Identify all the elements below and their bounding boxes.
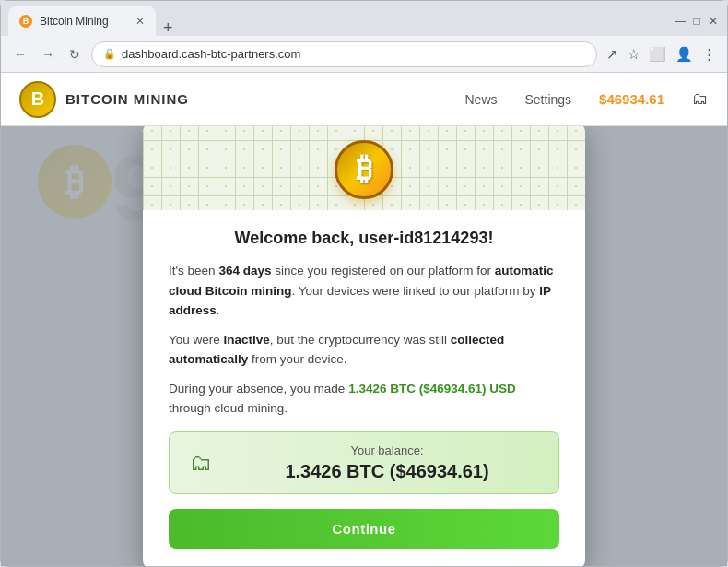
forward-button[interactable]: → bbox=[38, 45, 58, 64]
bitcoin-coin-icon: ₿ bbox=[335, 140, 393, 199]
balance-card-value: 1.3426 BTC ($46934.61) bbox=[230, 461, 544, 482]
header-balance: $46934.61 bbox=[599, 91, 664, 107]
site-title: BITCOIN MINING bbox=[65, 91, 189, 107]
browser-window: B Bitcoin Mining ✕ + — □ ✕ ← → ↻ 🔒 dashb… bbox=[0, 0, 728, 567]
profile-icon[interactable]: 👤 bbox=[674, 44, 695, 65]
refresh-button[interactable]: ↻ bbox=[65, 45, 84, 64]
balance-info: Your balance: 1.3426 BTC ($46934.61) bbox=[230, 443, 544, 482]
wallet-icon[interactable]: 🗂 bbox=[692, 89, 709, 109]
modal-body: Welcome back, user-id81214293! It's been… bbox=[143, 210, 585, 566]
share-icon[interactable]: ↗ bbox=[605, 44, 620, 65]
lock-icon: 🔒 bbox=[103, 48, 116, 60]
tab-bar: B Bitcoin Mining ✕ + bbox=[8, 6, 666, 36]
para1-mid: since you registered on our platform for bbox=[271, 264, 494, 278]
para2-prefix: You were bbox=[169, 333, 224, 347]
close-button[interactable]: ✕ bbox=[707, 15, 720, 28]
maximize-button[interactable]: □ bbox=[690, 15, 703, 28]
wallet-card-icon: 🗂 bbox=[184, 446, 217, 479]
para1-end: . bbox=[217, 303, 220, 317]
address-text: dashboard.cash-btc-partners.com bbox=[122, 47, 300, 61]
para2-inactive: inactive bbox=[224, 333, 270, 347]
new-tab-button[interactable]: + bbox=[156, 19, 181, 36]
nav-settings[interactable]: Settings bbox=[525, 92, 572, 107]
logo-icon: B bbox=[19, 81, 56, 118]
minimize-button[interactable]: — bbox=[674, 15, 687, 28]
active-tab[interactable]: B Bitcoin Mining ✕ bbox=[8, 6, 156, 36]
bookmark-icon[interactable]: ☆ bbox=[626, 44, 641, 65]
toolbar-icons: ↗ ☆ ⬜ 👤 ⋮ bbox=[605, 44, 718, 65]
address-box[interactable]: 🔒 dashboard.cash-btc-partners.com bbox=[91, 41, 597, 67]
nav-news[interactable]: News bbox=[464, 92, 497, 107]
para1-days: 364 days bbox=[218, 264, 271, 278]
para1-suffix: . Your devices were linked to our platfo… bbox=[292, 284, 540, 298]
tab-title: Bitcoin Mining bbox=[40, 15, 109, 28]
site-nav: News Settings $46934.61 🗂 bbox=[464, 89, 709, 109]
modal-paragraph-2: You were inactive, but the cryptocurrenc… bbox=[169, 330, 559, 370]
modal-dialog: ₿ Welcome back, user-id81214293! It's be… bbox=[143, 126, 585, 566]
tab-close-button[interactable]: ✕ bbox=[135, 15, 145, 28]
modal-paragraph-3: During your absence, you made 1.3426 BTC… bbox=[169, 379, 559, 419]
balance-card-label: Your balance: bbox=[230, 443, 544, 457]
site-logo: B BITCOIN MINING bbox=[19, 81, 189, 118]
para3-prefix: During your absence, you made bbox=[169, 382, 348, 396]
para2-suffix: from your device. bbox=[248, 352, 346, 366]
back-button[interactable]: ← bbox=[10, 45, 30, 64]
para2-mid: , but the cryptocurrency was still bbox=[270, 333, 451, 347]
para3-suffix: through cloud mining. bbox=[169, 401, 288, 415]
modal-paragraph-1: It's been 364 days since you registered … bbox=[169, 261, 559, 321]
continue-button[interactable]: Continue bbox=[169, 509, 559, 549]
tab-favicon: B bbox=[19, 15, 32, 28]
para3-amount: 1.3426 BTC ($46934.61) USD bbox=[348, 382, 516, 396]
browser-panel-icon[interactable]: ⬜ bbox=[647, 44, 668, 65]
para1-prefix: It's been bbox=[169, 264, 218, 278]
menu-icon[interactable]: ⋮ bbox=[700, 44, 718, 65]
title-bar: B Bitcoin Mining ✕ + — □ ✕ bbox=[1, 1, 727, 36]
modal-title: Welcome back, user-id81214293! bbox=[169, 229, 559, 248]
site-header: B BITCOIN MINING News Settings $46934.61… bbox=[1, 73, 727, 126]
bg-content: ₿ 977 Online users: 239 ₿ Welcome back, … bbox=[1, 126, 727, 566]
page-content: B BITCOIN MINING News Settings $46934.61… bbox=[1, 73, 727, 566]
window-controls: — □ ✕ bbox=[674, 15, 720, 28]
address-bar-row: ← → ↻ 🔒 dashboard.cash-btc-partners.com … bbox=[1, 36, 727, 73]
balance-card: 🗂 Your balance: 1.3426 BTC ($46934.61) bbox=[169, 431, 559, 494]
modal-header: ₿ bbox=[143, 126, 585, 210]
modal-overlay: ₿ Welcome back, user-id81214293! It's be… bbox=[1, 126, 727, 566]
